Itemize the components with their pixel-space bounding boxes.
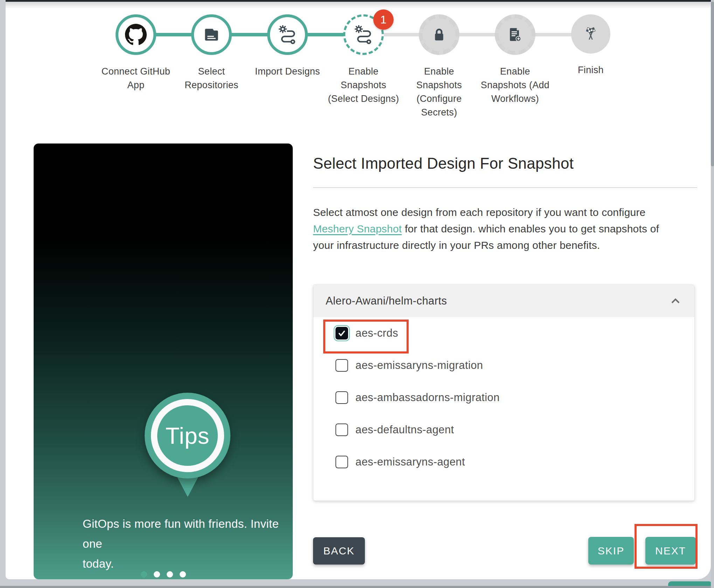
step-label: Import Designs [255, 65, 320, 78]
step-finish: Finish [549, 14, 633, 77]
step-circle [571, 14, 610, 54]
page-title: Select Imported Design For Snapshot [313, 155, 574, 172]
design-row-aes-crds[interactable]: aes-crds [313, 317, 694, 349]
step-select-repositories[interactable]: Select Repositories [169, 14, 254, 92]
design-label: aes-crds [355, 327, 398, 340]
tips-pin-icon: Tips [145, 393, 230, 478]
design-checkbox[interactable] [335, 391, 348, 404]
design-row-aes-ambassadorns-migration[interactable]: aes-ambassadorns-migration [313, 382, 694, 414]
design-label: aes-emissaryns-migration [355, 359, 483, 372]
next-button[interactable]: NEXT [645, 537, 696, 565]
scrollbar-thumb[interactable] [711, 2, 714, 166]
carousel-dots [34, 571, 293, 578]
carousel-dot[interactable] [154, 571, 160, 578]
step-label: Finish [578, 63, 604, 77]
design-label: aes-defaultns-agent [355, 424, 454, 436]
github-icon [125, 24, 147, 46]
design-checkbox[interactable] [335, 456, 348, 468]
description-text: Select atmost one design from each repos… [313, 204, 682, 253]
step-label: Select Repositories [185, 65, 238, 92]
step-label: Enable Snapshots (Select Designs) [328, 65, 399, 106]
step-circle [495, 14, 535, 55]
gitops-setup-wizard: { "stepper": { "steps": [ { "label": "Co… [0, 0, 714, 588]
skip-button[interactable]: SKIP [588, 537, 634, 565]
carousel-dot[interactable] [167, 571, 173, 578]
step-label: Enable Snapshots (Add Workflows) [481, 65, 549, 106]
description-before-link: Select atmost one design from each repos… [313, 206, 646, 218]
design-checkbox[interactable] [335, 359, 348, 372]
back-button[interactable]: BACK [313, 537, 365, 565]
meshery-snapshot-link[interactable]: Meshery Snapshot [313, 223, 402, 234]
chevron-up-icon[interactable] [670, 297, 681, 305]
design-checkbox-checked[interactable] [335, 327, 348, 340]
step-import-designs[interactable]: Import Designs [245, 14, 330, 78]
step-enable-snapshots-configure-secrets: Enable Snapshots (Configure Secrets) [397, 14, 481, 119]
step-label: Enable Snapshots (Configure Secrets) [416, 65, 462, 119]
design-row-aes-emissaryns-migration[interactable]: aes-emissaryns-migration [313, 349, 694, 382]
step-circle [419, 14, 459, 55]
step-enable-snapshots-select-designs[interactable]: Enable Snapshots (Select Designs) [321, 14, 405, 106]
wizard-modal: Connect GitHub App Select Repositories [6, 2, 711, 579]
active-step-notification-badge: 1 [373, 9, 394, 30]
design-row-aes-defaultns-agent[interactable]: aes-defaultns-agent [313, 414, 694, 446]
repository-accordion: Alero-Awani/helm-charts aes-crds aes-emi… [313, 285, 695, 501]
tips-message: GitOps is more fun with friends. Invite … [83, 514, 293, 574]
route-icon [278, 25, 297, 44]
window-bottom-edge [0, 586, 714, 588]
heading-divider [313, 187, 697, 188]
tips-title: Tips [165, 422, 209, 449]
lock-icon [430, 26, 448, 43]
carousel-dot[interactable] [141, 571, 147, 578]
step-circle[interactable] [116, 14, 156, 55]
window-top-edge [6, 0, 714, 2]
step-enable-snapshots-add-workflows: Enable Snapshots (Add Workflows) [473, 14, 557, 106]
step-circle[interactable] [191, 14, 232, 55]
step-label: Connect GitHub App [102, 65, 170, 92]
step-connect-github-app[interactable]: Connect GitHub App [94, 14, 178, 92]
design-label: aes-ambassadorns-migration [355, 391, 500, 404]
tips-pin-ring: Tips [151, 399, 224, 472]
finish-flags-icon [581, 24, 600, 43]
repository-name: Alero-Awani/helm-charts [326, 295, 670, 307]
scrollbar[interactable] [711, 0, 714, 588]
repository-accordion-header[interactable]: Alero-Awani/helm-charts [313, 285, 694, 317]
tips-carousel-card: Tips GitOps is more fun with friends. In… [34, 144, 293, 579]
route-icon [354, 25, 373, 44]
design-row-aes-emissaryns-agent[interactable]: aes-emissaryns-agent [313, 446, 694, 478]
design-checkbox[interactable] [335, 424, 348, 436]
repository-icon [202, 25, 221, 44]
document-add-icon [506, 26, 524, 43]
carousel-dot[interactable] [180, 571, 186, 578]
design-label: aes-emissaryns-agent [355, 456, 465, 468]
step-circle[interactable] [267, 14, 308, 55]
